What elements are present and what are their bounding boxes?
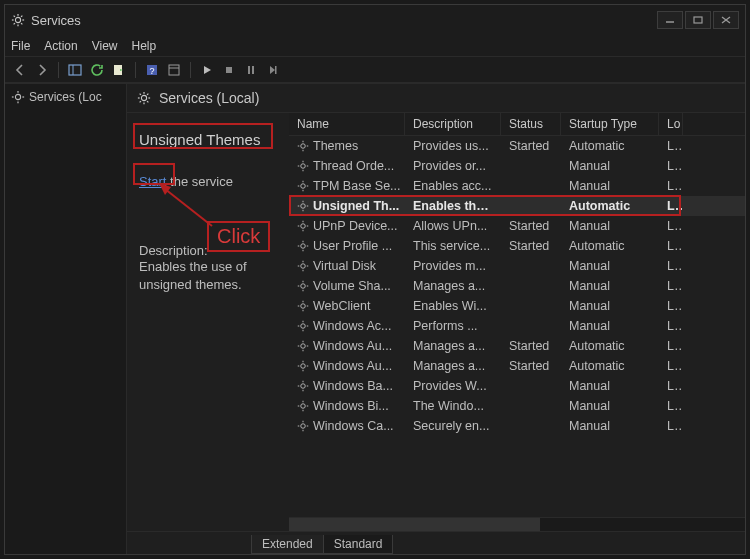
cell-description: Provides m... [405,257,501,275]
cell-description: The Windo... [405,397,501,415]
tree-item-label: Services (Loc [29,90,102,104]
gear-icon [11,90,25,104]
cell-name: Windows Ca... [289,417,405,435]
cell-logon: Lc [659,237,683,255]
heading-text: Services (Local) [159,90,259,106]
cell-name: UPnP Device... [289,217,405,235]
svg-rect-21 [248,66,250,74]
cell-status [501,264,561,268]
show-hide-button[interactable] [66,61,84,79]
svg-point-70 [301,264,306,269]
service-row[interactable]: Windows Ca...Securely en...ManualLc [289,416,745,436]
cell-description: Provides or... [405,157,501,175]
gear-icon [137,91,151,105]
col-status[interactable]: Status [501,113,561,135]
cell-startup: Automatic [561,337,659,355]
stop-service-button[interactable] [220,61,238,79]
cell-description: Manages a... [405,337,501,355]
maximize-button[interactable] [685,11,711,29]
svg-line-36 [140,101,141,102]
cell-logon: Lc [659,277,683,295]
horizontal-scrollbar[interactable] [289,517,745,531]
svg-point-40 [301,144,306,149]
cell-startup: Manual [561,417,659,435]
close-button[interactable] [713,11,739,29]
scrollbar-thumb[interactable] [289,518,540,531]
menu-file[interactable]: File [11,39,30,53]
svg-point-24 [15,94,20,99]
svg-text:?: ? [149,66,154,76]
forward-button[interactable] [33,61,51,79]
minimize-button[interactable] [657,11,683,29]
pause-service-button[interactable] [242,61,260,79]
back-button[interactable] [11,61,29,79]
service-row[interactable]: Windows Au...Manages a...StartedAutomati… [289,356,745,376]
service-row[interactable]: Thread Orde...Provides or...ManualLc [289,156,745,176]
service-row[interactable]: Windows Au...Manages a...StartedAutomati… [289,336,745,356]
service-row[interactable]: TPM Base Se...Enables acc...ManualLc [289,176,745,196]
service-row[interactable]: Windows Ba...Provides W...ManualLc [289,376,745,396]
cell-description: Provides W... [405,377,501,395]
svg-point-105 [301,404,306,409]
tab-standard[interactable]: Standard [323,535,394,554]
list-header[interactable]: Name Description Status Startup Type Lo [289,113,745,136]
col-name[interactable]: Name [289,113,405,135]
help-button[interactable]: ? [143,61,161,79]
service-row[interactable]: UPnP Device...Allows UPn...StartedManual… [289,216,745,236]
service-row[interactable]: Windows Bi...The Windo...ManualLc [289,396,745,416]
cell-startup: Automatic [561,197,659,215]
cell-logon: Lc [659,137,683,155]
service-row[interactable]: Unsigned Th...Enables the...AutomaticLc [289,196,745,216]
list-body[interactable]: ThemesProvides us...StartedAutomaticLcTh… [289,136,745,517]
refresh-button[interactable] [88,61,106,79]
tab-extended[interactable]: Extended [251,535,324,554]
cell-status [501,204,561,208]
window-title: Services [31,13,81,28]
col-description[interactable]: Description [405,113,501,135]
svg-point-75 [301,284,306,289]
service-row[interactable]: ThemesProvides us...StartedAutomaticLc [289,136,745,156]
cell-status [501,164,561,168]
col-logon[interactable]: Lo [659,113,683,135]
cell-status: Started [501,357,561,375]
tree-pane[interactable]: Services (Loc [5,84,127,554]
svg-point-29 [141,95,146,100]
description-label: Description: [139,243,277,258]
cell-description: Enables the... [405,197,501,215]
cell-description: Allows UPn... [405,217,501,235]
title-bar[interactable]: Services [5,5,745,35]
cell-startup: Automatic [561,137,659,155]
tree-item-services-local[interactable]: Services (Loc [9,88,122,106]
cell-startup: Automatic [561,357,659,375]
svg-rect-23 [275,66,277,74]
cell-description: Manages a... [405,277,501,295]
col-startup[interactable]: Startup Type [561,113,659,135]
cell-logon: Lc [659,317,683,335]
properties-button[interactable] [165,61,183,79]
menu-action[interactable]: Action [44,39,77,53]
cell-status: Started [501,217,561,235]
menu-view[interactable]: View [92,39,118,53]
cell-startup: Manual [561,377,659,395]
service-row[interactable]: Volume Sha...Manages a...ManualLc [289,276,745,296]
service-row[interactable]: Virtual DiskProvides m...ManualLc [289,256,745,276]
export-button[interactable] [110,61,128,79]
service-row[interactable]: Windows Ac...Performs ...ManualLc [289,316,745,336]
view-tabs: Extended Standard [127,532,745,554]
cell-description: This service... [405,237,501,255]
start-service-button[interactable] [198,61,216,79]
service-row[interactable]: WebClientEnables Wi...ManualLc [289,296,745,316]
toolbar-divider [190,62,191,78]
svg-line-35 [147,101,148,102]
cell-startup: Manual [561,297,659,315]
cell-status [501,424,561,428]
cell-description: Performs ... [405,317,501,335]
cell-name: Windows Au... [289,357,405,375]
restart-service-button[interactable] [264,61,282,79]
start-service-link[interactable]: Start [139,174,166,189]
service-row[interactable]: User Profile ...This service...StartedAu… [289,236,745,256]
service-list: Name Description Status Startup Type Lo … [289,113,745,531]
cell-logon: Lc [659,217,683,235]
cell-logon: Lc [659,357,683,375]
menu-help[interactable]: Help [132,39,157,53]
